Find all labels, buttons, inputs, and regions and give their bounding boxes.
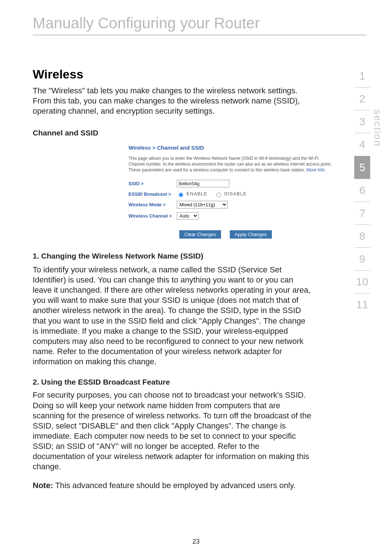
wireless-channel-label: Wireless Channel > — [128, 210, 177, 222]
section-nav-2[interactable]: 2 — [354, 88, 370, 110]
panel-breadcrumb: Wireless > Channel and SSID — [128, 145, 332, 151]
wireless-mode-select[interactable]: Mixed (11b+11g) — [177, 201, 228, 208]
essid-disable-text: DISABLE — [224, 191, 247, 196]
section-nav-5[interactable]: 5 — [354, 156, 370, 179]
wireless-channel-select[interactable]: Auto — [177, 212, 199, 220]
section-nav-9[interactable]: 9 — [354, 248, 370, 271]
note-body: This advanced feature should be employed… — [53, 481, 295, 490]
section-nav-1[interactable]: 1 — [354, 65, 370, 88]
note: Note: This advanced feature should be em… — [33, 481, 367, 490]
ssid-section-body: To identify your wireless network, a nam… — [33, 265, 312, 367]
section-nav-7[interactable]: 7 — [354, 202, 370, 225]
more-info-link[interactable]: More Info — [306, 167, 325, 173]
page-header: Manually Configuring your Router — [33, 15, 367, 35]
config-panel: Wireless > Channel and SSID This page al… — [128, 145, 332, 238]
section-nav-3[interactable]: 3 — [354, 110, 370, 133]
ssid-input[interactable] — [177, 180, 229, 187]
clear-changes-button[interactable]: Clear Changes — [179, 230, 221, 239]
wireless-mode-label: Wireless Mode > — [128, 199, 177, 210]
panel-description-text: This page allows you to enter the Wirele… — [128, 156, 331, 172]
essid-broadcast-label: ESSID Broadcast > — [128, 189, 177, 199]
settings-table: SSID > ESSID Broadcast > ENABLE DISABLE … — [128, 178, 258, 222]
essid-section-heading: 2. Using the ESSID Broadcast Feature — [33, 378, 367, 386]
section-nav-10[interactable]: 10 — [354, 271, 370, 293]
section-nav: section 1 2 3 4 5 6 7 8 9 10 11 — [354, 65, 370, 316]
ssid-label: SSID > — [128, 178, 177, 189]
essid-section-body: For security purposes, you can choose no… — [33, 390, 312, 472]
essid-disable-radio[interactable] — [216, 192, 221, 197]
page-number: 23 — [0, 538, 392, 545]
section-nav-6[interactable]: 6 — [354, 179, 370, 202]
section-label: section — [372, 109, 383, 147]
ssid-section-heading: 1. Changing the Wireless Network Name (S… — [33, 252, 367, 260]
essid-enable-text: ENABLE — [187, 191, 207, 196]
section-nav-11[interactable]: 11 — [354, 293, 370, 316]
panel-description: This page allows you to enter the Wirele… — [128, 156, 332, 173]
section-nav-4[interactable]: 4 — [354, 133, 370, 156]
note-label: Note: — [33, 481, 53, 490]
section-nav-8[interactable]: 8 — [354, 225, 370, 248]
apply-changes-button[interactable]: Apply Changes — [230, 230, 272, 239]
wireless-title: Wireless — [33, 67, 367, 81]
channel-ssid-heading: Channel and SSID — [33, 129, 367, 137]
wireless-intro: The "Wireless" tab lets you make changes… — [33, 86, 309, 116]
essid-enable-radio[interactable] — [179, 192, 183, 197]
